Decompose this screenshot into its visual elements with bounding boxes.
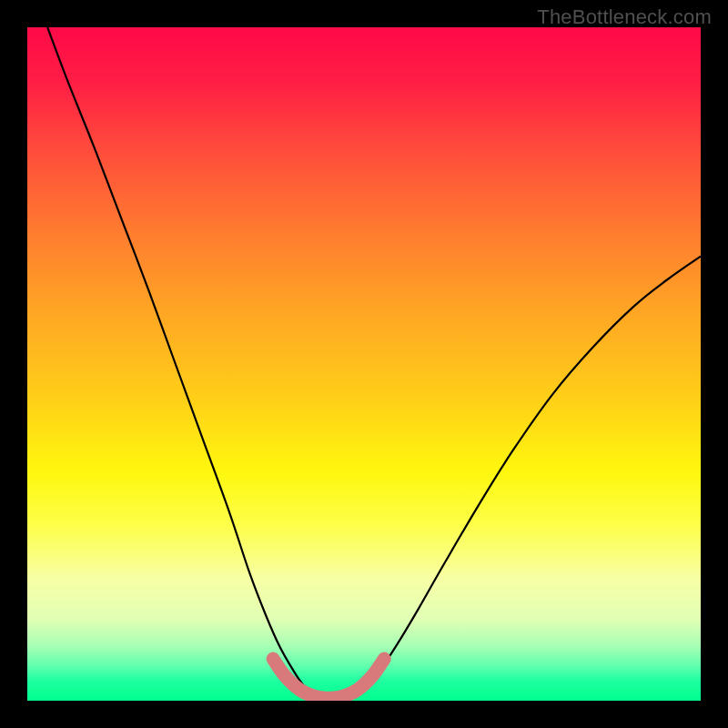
right-curve-line — [337, 257, 701, 700]
left-curve-line — [47, 27, 337, 700]
watermark-text: TheBottleneck.com — [537, 5, 712, 29]
curve-overlay — [27, 27, 701, 701]
plot-area — [27, 27, 701, 701]
chart-frame: TheBottleneck.com — [0, 0, 728, 728]
